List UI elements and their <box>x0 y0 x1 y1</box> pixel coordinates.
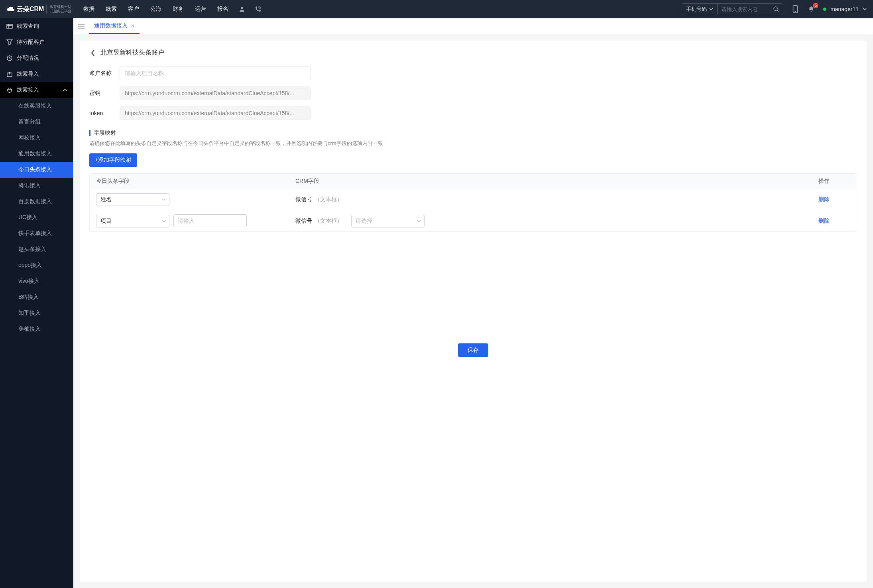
search-input[interactable] <box>718 6 769 12</box>
sidebar-subitem[interactable]: 网校接入 <box>0 130 73 146</box>
logo-mark: 云朵CRM <box>6 5 44 14</box>
sidebar-subitem[interactable]: 今日头条接入 <box>0 162 73 178</box>
secret-input[interactable] <box>120 86 311 100</box>
crm-field-type: （文本框） <box>315 196 342 203</box>
section-title: 字段映射 <box>94 129 116 137</box>
user-name: manager11 <box>830 6 859 12</box>
sidebar-item[interactable]: 线索查询 <box>0 18 73 34</box>
bell-icon[interactable]: 5 <box>807 5 815 13</box>
sidebar-subitem[interactable]: vivo接入 <box>0 273 73 289</box>
table-row: 项目微信号（文本框）请选择删除 <box>90 210 857 231</box>
toutiao-field-select[interactable]: 项目 <box>96 215 169 227</box>
plug-icon <box>6 87 13 93</box>
sidebar: 线索查询待分配客户分配情况线索导入线索接入在线客服接入留言分组网校接入通用数据接… <box>0 18 73 588</box>
tab-generic-data[interactable]: 通用数据接入 ✕ <box>89 18 140 34</box>
sidebar-subitem[interactable]: 知乎接入 <box>0 305 73 321</box>
toutiao-field-select[interactable]: 姓名 <box>96 193 169 206</box>
sidebar-item[interactable]: 线索导入 <box>0 66 73 82</box>
sidebar-item-label: 待分配客户 <box>17 39 45 46</box>
sidebar-item-label: 分配情况 <box>17 55 39 62</box>
crm-field-name: 微信号 <box>295 218 312 225</box>
header-icon-group <box>238 5 262 13</box>
sidebar-item[interactable]: 分配情况 <box>0 50 73 66</box>
user-add-icon[interactable] <box>238 5 246 13</box>
notification-badge: 5 <box>813 3 818 8</box>
chevron-left-icon <box>90 50 95 56</box>
sidebar-icon <box>6 39 13 45</box>
table-row: 姓名微信号（文本框）删除 <box>90 189 857 210</box>
crm-field-select[interactable]: 请选择 <box>351 215 425 227</box>
phone-icon[interactable] <box>254 5 262 13</box>
search-button[interactable] <box>769 4 783 15</box>
nav-item[interactable]: 财务 <box>173 6 184 13</box>
sidebar-icon <box>6 55 13 61</box>
chevron-down-icon <box>863 7 867 11</box>
sidebar-item-label: 线索查询 <box>17 23 39 30</box>
sidebar-icon <box>6 71 13 77</box>
mobile-icon[interactable] <box>791 5 799 13</box>
chevron-down-icon <box>417 218 421 224</box>
tab-label: 通用数据接入 <box>94 22 128 29</box>
nav-item[interactable]: 运营 <box>195 6 206 13</box>
nav-item[interactable]: 数据 <box>83 6 94 13</box>
sidebar-subitem[interactable]: 美柚接入 <box>0 321 73 337</box>
nav-item[interactable]: 客户 <box>128 6 139 13</box>
back-button[interactable] <box>89 49 96 57</box>
col-header-toutiao: 今日头条字段 <box>96 178 295 185</box>
sidebar-subitem[interactable]: 腾讯接入 <box>0 178 73 194</box>
add-mapping-button[interactable]: +添加字段映射 <box>89 153 137 167</box>
chevron-down-icon <box>162 196 166 203</box>
collapse-sidebar-button[interactable] <box>73 18 89 34</box>
logo: 云朵CRM 教育机构一站 式服务云平台 <box>6 5 71 14</box>
logo-text: 云朵CRM <box>17 5 44 14</box>
toutiao-field-input[interactable] <box>173 214 247 227</box>
svg-point-2 <box>774 7 777 10</box>
page-card: 北京昱新科技头条账户 账户名称 密钥 token <box>80 41 867 582</box>
logo-subtitle: 教育机构一站 式服务云平台 <box>46 5 71 14</box>
sidebar-item-label: 线索接入 <box>17 86 39 94</box>
search-type-select[interactable]: 手机号码 <box>682 4 718 15</box>
nav-item[interactable]: 线索 <box>106 6 117 13</box>
account-name-label: 账户名称 <box>89 70 120 77</box>
sidebar-subitem[interactable]: 趣头条接入 <box>0 241 73 257</box>
svg-rect-5 <box>7 24 12 28</box>
crm-field-type: （文本框） <box>315 218 342 225</box>
sidebar-icon <box>6 23 13 29</box>
token-input[interactable] <box>120 106 311 120</box>
close-icon[interactable]: ✕ <box>131 23 135 29</box>
sidebar-group-integration[interactable]: 线索接入 <box>0 82 73 98</box>
sidebar-subitem[interactable]: 留言分组 <box>0 114 73 130</box>
sidebar-subitem[interactable]: 通用数据接入 <box>0 146 73 162</box>
delete-row-link[interactable]: 删除 <box>818 218 830 224</box>
status-dot-icon <box>823 8 826 11</box>
nav-item[interactable]: 公海 <box>150 6 161 13</box>
sidebar-subitem[interactable]: 快手表单接入 <box>0 225 73 241</box>
section-accent-bar <box>89 130 90 136</box>
nav-item[interactable]: 报名 <box>217 6 228 13</box>
sidebar-subitem[interactable]: 在线客服接入 <box>0 98 73 114</box>
tabs-bar: 通用数据接入 ✕ <box>73 18 873 34</box>
menu-collapse-icon <box>78 24 85 29</box>
svg-point-4 <box>795 11 796 12</box>
sidebar-subitem[interactable]: 百度数据接入 <box>0 194 73 210</box>
chevron-down-icon <box>162 218 166 224</box>
chevron-down-icon <box>709 7 713 11</box>
sidebar-item[interactable]: 待分配客户 <box>0 34 73 50</box>
svg-point-0 <box>241 7 243 9</box>
account-name-input[interactable] <box>120 67 311 80</box>
crm-field-name: 微信号 <box>295 196 312 203</box>
sidebar-subitem[interactable]: B站接入 <box>0 289 73 305</box>
col-header-crm: CRM字段 <box>295 178 818 185</box>
user-menu[interactable]: manager11 <box>823 6 867 12</box>
table-header: 今日头条字段 CRM字段 操作 <box>90 174 857 189</box>
save-button[interactable]: 保存 <box>458 343 488 357</box>
sidebar-subitem[interactable]: oppo接入 <box>0 257 73 273</box>
search-type-label: 手机号码 <box>686 6 707 13</box>
main-area: 通用数据接入 ✕ 北京昱新科技头条账户 账户名称 <box>73 18 873 588</box>
mapping-table: 今日头条字段 CRM字段 操作 姓名微信号（文本框）删除项目微信号（文本框）请选… <box>89 173 857 232</box>
delete-row-link[interactable]: 删除 <box>818 196 830 202</box>
sidebar-subitem[interactable]: UC接入 <box>0 210 73 225</box>
secret-label: 密钥 <box>89 90 120 97</box>
cloud-icon <box>6 6 15 12</box>
col-header-action: 操作 <box>818 178 850 185</box>
